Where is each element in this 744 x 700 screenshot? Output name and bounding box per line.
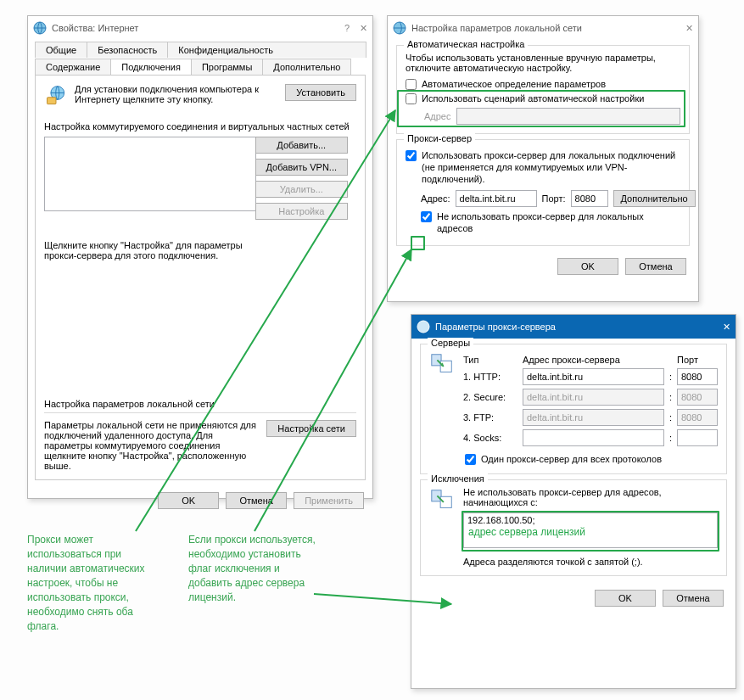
separator-hint: Адреса разделяются точкой с запятой (;). xyxy=(463,557,718,567)
lan-settings-button[interactable]: Настройка сети xyxy=(266,420,356,437)
window-title: Параметры прокси-сервера xyxy=(435,322,723,332)
group-title: Исключения xyxy=(428,473,488,484)
server-type-label: 4. Socks: xyxy=(463,433,517,443)
server-type-label: 3. FTP: xyxy=(463,412,517,423)
globe-icon xyxy=(393,21,406,35)
group-title: Автоматическая настройка xyxy=(404,39,528,49)
dial-settings-button[interactable]: Настройка xyxy=(255,203,348,220)
proxy-hint: Щелкните кнопку "Настройка" для параметр… xyxy=(44,240,256,260)
exceptions-hint: адрес сервера лицензий xyxy=(468,526,585,538)
col-type: Тип xyxy=(463,355,517,365)
server-row: 4. Socks:: xyxy=(463,429,718,446)
connections-listbox[interactable] xyxy=(44,137,256,211)
proxy-address-label: Адрес: xyxy=(421,193,450,204)
titlebar: Свойства: Интернет ? ✕ xyxy=(28,16,372,40)
connections-pane: Для установки подключения компьютера к И… xyxy=(35,75,366,480)
auto-config-group: Автоматическая настройка Чтобы использов… xyxy=(396,45,690,134)
auto-detect-label: Автоматическое определение параметров xyxy=(422,78,606,90)
tab-privacy[interactable]: Конфиденциальность xyxy=(167,42,366,58)
col-port: Порт xyxy=(677,355,718,365)
server-address-input[interactable] xyxy=(523,429,664,446)
add-button[interactable]: Добавить... xyxy=(255,137,348,154)
auto-detect-checkbox[interactable]: Автоматическое определение параметров xyxy=(406,78,680,90)
window-title: Свойства: Интернет xyxy=(52,23,344,33)
server-port-input[interactable] xyxy=(677,409,718,426)
remove-button[interactable]: Удалить... xyxy=(255,181,348,198)
help-button[interactable]: ? xyxy=(344,23,350,34)
exceptions-group: Исключения Не использовать прокси-сервер… xyxy=(420,479,727,576)
tab-programs[interactable]: Программы xyxy=(191,59,263,75)
use-script-label: Использовать сценарий автоматической нас… xyxy=(422,92,644,104)
add-vpn-button[interactable]: Добавить VPN... xyxy=(255,159,348,176)
exceptions-text: Не использовать прокси-сервер для адресо… xyxy=(463,487,718,507)
ok-button[interactable]: OK xyxy=(595,590,656,607)
titlebar: Параметры прокси-сервера ✕ xyxy=(411,315,736,339)
svg-rect-8 xyxy=(432,490,441,501)
annotation-left: Прокси может использоваться при наличии … xyxy=(27,533,163,634)
proxy-settings-dialog: Параметры прокси-сервера ✕ Серверы Тип А… xyxy=(411,314,736,689)
server-type-label: 1. HTTP: xyxy=(463,372,517,382)
advanced-button[interactable]: Дополнительно xyxy=(613,190,696,207)
same-proxy-checkbox[interactable]: Один прокси-сервер для всех протоколов xyxy=(465,453,718,465)
proxy-port-input[interactable] xyxy=(571,190,608,207)
script-address-label: Адрес xyxy=(424,111,451,121)
tab-advanced[interactable]: Дополнительно xyxy=(262,59,351,75)
servers-group: Серверы Тип Адрес прокси-сервера Порт 1.… xyxy=(420,344,727,474)
annotation-middle: Если прокси используется, необходимо уст… xyxy=(188,533,324,605)
svg-point-4 xyxy=(417,321,429,333)
proxy-port-label: Порт: xyxy=(542,193,566,204)
svg-rect-9 xyxy=(440,496,451,507)
apply-button[interactable]: Применить xyxy=(294,492,364,509)
tab-security[interactable]: Безопасность xyxy=(87,42,168,58)
proxy-address-input[interactable] xyxy=(456,190,537,207)
install-icon xyxy=(44,84,68,109)
group-title: Серверы xyxy=(428,338,473,348)
same-proxy-label: Один прокси-сервер для всех протоколов xyxy=(481,453,662,465)
ok-button[interactable]: OK xyxy=(158,492,219,509)
col-address: Адрес прокси-сервера xyxy=(523,355,658,365)
svg-rect-6 xyxy=(440,361,451,372)
auto-info-text: Чтобы использовать установленные вручную… xyxy=(406,53,680,73)
server-port-input[interactable] xyxy=(677,368,718,385)
tab-connections[interactable]: Подключения xyxy=(110,59,192,75)
cancel-button[interactable]: Отмена xyxy=(625,258,686,275)
lan-settings-dialog: Настройка параметров локальной сети ✕ Ав… xyxy=(387,15,699,302)
server-port-input[interactable] xyxy=(677,389,718,406)
script-address-input[interactable] xyxy=(456,108,681,125)
use-proxy-label: Использовать прокси-сервер для локальных… xyxy=(422,149,680,185)
internet-properties-dialog: Свойства: Интернет ? ✕ Общие Безопасност… xyxy=(27,15,373,499)
use-script-checkbox[interactable]: Использовать сценарий автоматической нас… xyxy=(406,92,680,104)
server-address-input[interactable] xyxy=(523,409,664,426)
ok-button[interactable]: OK xyxy=(557,258,618,275)
proxy-group: Прокси-сервер Использовать прокси-сервер… xyxy=(396,139,690,246)
server-row: 3. FTP:: xyxy=(463,409,718,426)
dialup-section-label: Настройка коммутируемого соединения и ви… xyxy=(44,121,356,132)
server-row: 2. Secure:: xyxy=(463,389,718,406)
tab-content[interactable]: Содержание xyxy=(35,59,111,75)
globe-icon xyxy=(417,320,430,333)
use-proxy-checkbox[interactable]: Использовать прокси-сервер для локальных… xyxy=(406,149,680,185)
servers-icon xyxy=(429,351,455,465)
bypass-local-label: Не использовать прокси-сервер для локаль… xyxy=(437,210,680,234)
close-button[interactable]: ✕ xyxy=(723,322,730,333)
cancel-button[interactable]: Отмена xyxy=(226,492,287,509)
server-type-label: 2. Secure: xyxy=(463,392,517,402)
window-title: Настройка параметров локальной сети xyxy=(411,23,685,33)
server-address-input[interactable] xyxy=(523,368,664,385)
server-address-input[interactable] xyxy=(523,389,664,406)
svg-rect-2 xyxy=(48,98,57,104)
server-row: 1. HTTP:: xyxy=(463,368,718,385)
group-title: Прокси-сервер xyxy=(404,133,475,143)
bypass-local-checkbox[interactable]: Не использовать прокси-сервер для локаль… xyxy=(421,210,680,234)
close-button[interactable]: ✕ xyxy=(360,23,367,34)
globe-icon xyxy=(33,21,47,35)
exceptions-icon xyxy=(429,487,455,567)
server-port-input[interactable] xyxy=(677,429,718,446)
tab-general[interactable]: Общие xyxy=(35,42,87,58)
lan-section-label: Настройка параметров локальной сети xyxy=(44,399,356,409)
svg-rect-5 xyxy=(432,355,441,366)
titlebar: Настройка параметров локальной сети ✕ xyxy=(388,16,698,40)
install-button[interactable]: Установить xyxy=(285,84,356,101)
close-button[interactable]: ✕ xyxy=(685,23,693,34)
cancel-button[interactable]: Отмена xyxy=(663,590,724,607)
